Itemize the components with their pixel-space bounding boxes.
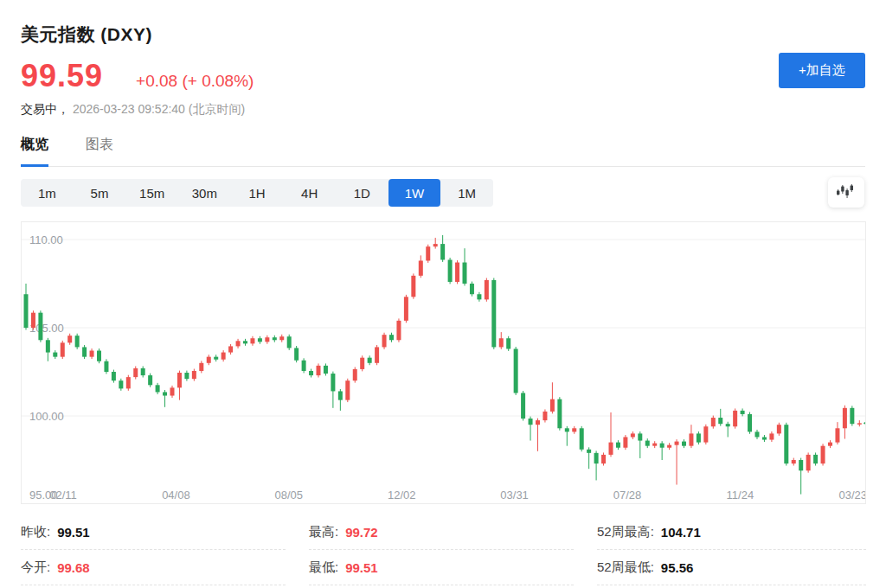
x-axis-label: 04/08 (162, 489, 190, 502)
stat-low: 最低: 99.51 (309, 550, 574, 585)
interval-5m[interactable]: 5m (74, 179, 126, 207)
candle-body (799, 460, 803, 470)
x-axis-label: 03/23 (839, 489, 865, 502)
interval-4h[interactable]: 4H (283, 179, 336, 207)
stat-label: 52周最高: (597, 524, 654, 540)
stat-value: 95.56 (661, 560, 694, 575)
candle-body (207, 357, 211, 363)
candle-body (521, 393, 525, 419)
candle-body (236, 341, 241, 346)
candle-body (726, 424, 730, 426)
candle-body (543, 412, 547, 420)
stats-grid: 昨收: 99.51 最高: 99.72 52周最高: 104.71 今开: 99… (21, 514, 865, 585)
x-axis-label: 03/31 (500, 489, 529, 502)
interval-1m[interactable]: 1m (21, 179, 74, 207)
candle-body (24, 294, 29, 328)
candle-body (857, 423, 862, 425)
candle-body (67, 336, 72, 342)
candle-body (389, 335, 394, 340)
candle-body (784, 425, 788, 463)
candle-body (177, 373, 182, 387)
x-axis-label: 07/28 (613, 489, 642, 502)
candle-body (755, 431, 760, 437)
stat-label: 昨收: (21, 524, 50, 540)
candle-body (97, 351, 101, 361)
candle-body (317, 366, 321, 375)
y-axis-label: 110.00 (29, 233, 63, 246)
candle-body (294, 348, 299, 360)
interval-1d[interactable]: 1D (336, 179, 388, 207)
candle-body (572, 428, 576, 431)
candle-body (609, 443, 613, 455)
candle-body (594, 453, 599, 463)
candle-body (53, 353, 57, 357)
add-watchlist-button[interactable]: +加自选 (779, 53, 865, 88)
stat-label: 52周最低: (597, 559, 654, 576)
candle-body (631, 433, 635, 437)
x-axis-label: 02/11 (49, 489, 77, 502)
candle-body (660, 444, 664, 448)
trading-status: 交易中， (21, 102, 69, 116)
candle-body (550, 399, 555, 412)
candle-body (243, 341, 247, 343)
candle-body (338, 391, 343, 399)
candle-body (228, 346, 233, 352)
candle-body (485, 280, 489, 299)
x-axis-label: 12/02 (388, 489, 416, 502)
candlestick-chart[interactable]: 110.00105.00100.0095.0002/1104/0808/0512… (21, 221, 866, 504)
stat-high: 最高: 99.72 (309, 514, 574, 550)
candle-body (777, 425, 781, 433)
interval-1h[interactable]: 1H (231, 179, 284, 207)
candle-body (843, 408, 847, 428)
chart-style-button[interactable] (828, 177, 864, 208)
candle-body (477, 294, 481, 299)
candle-body (835, 428, 839, 442)
candle-body (170, 387, 175, 395)
candle-body (382, 335, 387, 347)
candle-body (368, 358, 372, 363)
last-price-marker (864, 420, 865, 427)
candle-body (557, 399, 562, 429)
stat-52wk-high: 52周最高: 104.71 (597, 514, 866, 550)
candle-body (141, 368, 145, 375)
candle-body (287, 336, 292, 348)
candle-body (821, 446, 825, 463)
candle-body (806, 455, 811, 470)
candle-body (813, 455, 818, 463)
candlestick-icon (837, 183, 856, 202)
candle-body (419, 260, 423, 275)
candle-body (792, 460, 796, 463)
candle-body (733, 411, 737, 426)
tab-chart[interactable]: 图表 (86, 136, 113, 166)
interval-30m[interactable]: 30m (178, 179, 231, 207)
candle-body (258, 338, 262, 342)
candle-body (82, 347, 87, 356)
candle-body (769, 433, 774, 439)
candle-body (703, 426, 708, 442)
candle-body (133, 368, 138, 377)
candle-body (616, 443, 620, 448)
candle-body (741, 411, 745, 414)
quote-page: 美元指数 (DXY) +加自选 99.59 +0.08 (+ 0.08%) 交易… (0, 0, 886, 585)
candle-body (309, 371, 313, 375)
candle-body (565, 428, 569, 431)
candle-body (375, 347, 379, 362)
candle-body (353, 369, 357, 380)
interval-1w[interactable]: 1W (388, 179, 441, 207)
candle-body (75, 336, 80, 347)
candle-body (623, 437, 627, 447)
candle-body (689, 433, 693, 445)
candle-body (682, 442, 686, 446)
candle-body (279, 336, 284, 340)
candle-body (470, 284, 474, 294)
candle-body (718, 418, 722, 424)
tab-overview[interactable]: 概览 (21, 136, 48, 167)
interval-1m[interactable]: 1M (440, 179, 493, 207)
interval-15m[interactable]: 15m (125, 179, 178, 207)
candle-body (828, 443, 832, 446)
candle-body (222, 353, 226, 360)
candle-body (112, 372, 116, 380)
stat-prev-close: 昨收: 99.51 (21, 514, 286, 550)
candle-body (601, 455, 606, 463)
candle-body (199, 363, 203, 371)
